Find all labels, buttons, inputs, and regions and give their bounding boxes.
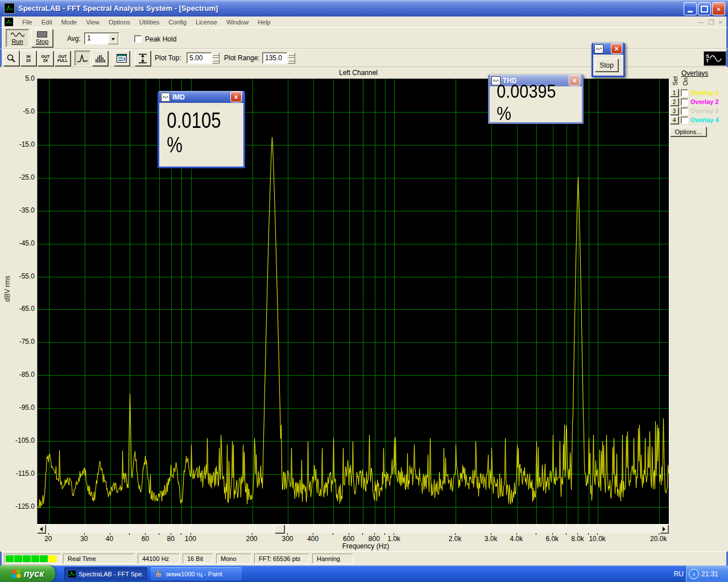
spectrum-canvas[interactable] bbox=[38, 79, 669, 524]
overlays-set-header: Set bbox=[672, 76, 679, 86]
avg-dropdown-arrow[interactable] bbox=[108, 34, 118, 44]
stop-square-icon bbox=[37, 31, 47, 38]
overlay-set-button-3[interactable]: 3 bbox=[670, 107, 679, 115]
y-tick-label: -125.0 bbox=[9, 502, 35, 510]
imd-window[interactable]: IMD × 0.0105 % bbox=[158, 91, 245, 168]
run-button[interactable]: Run bbox=[6, 29, 29, 47]
app-icon bbox=[4, 3, 15, 14]
y-tick-label: -55.0 bbox=[9, 272, 35, 280]
bar-view-button[interactable] bbox=[92, 51, 108, 66]
menu-item-view[interactable]: View bbox=[81, 18, 104, 27]
x-tick-label: 8.0k bbox=[571, 535, 584, 543]
zoom-tool-button[interactable] bbox=[3, 51, 19, 66]
level-meter bbox=[4, 554, 61, 564]
menu-item-license[interactable]: License bbox=[191, 18, 222, 27]
menu-item-options[interactable]: Options bbox=[104, 18, 135, 27]
mdi-restore-icon[interactable]: ❒ bbox=[709, 19, 714, 26]
spectrum-plot-area[interactable] bbox=[37, 78, 669, 525]
menu-item-help[interactable]: Help bbox=[253, 18, 275, 27]
peak-hold-checkbox[interactable] bbox=[134, 35, 142, 43]
thd-window[interactable]: THD × 0.00395 % bbox=[488, 74, 584, 124]
plot-top-input[interactable]: 5.00 bbox=[187, 52, 212, 64]
plot-range-label: Plot Range: bbox=[224, 54, 260, 62]
x-tick-label: 100 bbox=[185, 535, 196, 543]
mdi-minimize-icon[interactable]: — bbox=[698, 19, 704, 26]
overlays-options-button[interactable]: Options... bbox=[670, 127, 706, 136]
stop-tool-window[interactable]: × Stop bbox=[592, 43, 625, 77]
overlay-on-checkbox-2[interactable] bbox=[681, 98, 688, 106]
overlay-set-button-4[interactable]: 4 bbox=[670, 116, 679, 124]
zoom-in-2x-button[interactable]: IN2X bbox=[20, 51, 36, 66]
overlay-label-4: Overlay 4 bbox=[690, 117, 719, 123]
meter-block-2 bbox=[14, 555, 22, 562]
x-tick-label: 400 bbox=[307, 535, 318, 543]
overlay-set-button-1[interactable]: 1 bbox=[670, 89, 679, 97]
overlay-set-button-2[interactable]: 2 bbox=[670, 98, 679, 106]
overlay-on-checkbox-1[interactable] bbox=[681, 89, 688, 97]
x-tick-label: 20 bbox=[44, 535, 52, 543]
floating-stop-button[interactable]: Stop bbox=[595, 59, 618, 72]
tray-collapse-icon[interactable]: ‹ bbox=[689, 569, 699, 579]
x-tick-label: 6.0k bbox=[545, 535, 559, 543]
imd-window-title: IMD bbox=[172, 93, 230, 101]
meter-block-6 bbox=[48, 555, 56, 562]
zoom-out-full-button[interactable]: OUTFULL bbox=[55, 51, 71, 66]
display-options-button[interactable] bbox=[114, 51, 130, 66]
overlay-on-checkbox-4[interactable] bbox=[681, 117, 688, 124]
menu-item-file[interactable]: File bbox=[18, 18, 37, 27]
sine-wave-icon bbox=[709, 54, 722, 63]
minimize-button[interactable] bbox=[684, 2, 697, 15]
menu-item-mode[interactable]: Mode bbox=[57, 18, 82, 27]
scroll-left-button[interactable] bbox=[37, 525, 46, 533]
x-tick-label: 3.0k bbox=[485, 535, 498, 543]
spectrum-window-icon[interactable] bbox=[5, 18, 13, 26]
x-tick-label: 200 bbox=[246, 535, 257, 543]
taskbar-item-spectralab[interactable]: SpectraLAB - FFT Spe... bbox=[64, 567, 147, 580]
overlay-on-checkbox-3[interactable] bbox=[681, 107, 688, 115]
signal-generator-button[interactable]: ST bbox=[704, 51, 726, 66]
channel-title: Left Channel bbox=[324, 69, 392, 77]
peak-hold-label: Peak Hold bbox=[145, 35, 176, 43]
imd-value: 0.0105 % bbox=[167, 103, 235, 163]
x-tick-label: 60 bbox=[142, 535, 149, 543]
stop-window-close-icon[interactable]: × bbox=[611, 43, 622, 54]
menu-item-window[interactable]: Window bbox=[222, 18, 253, 27]
scroll-right-button[interactable] bbox=[660, 525, 668, 533]
spectrum-view-button[interactable] bbox=[75, 51, 90, 66]
zoom-out-2x-button[interactable]: OUT2X bbox=[38, 51, 53, 66]
close-button[interactable]: × bbox=[712, 2, 725, 15]
plot-range-spinner[interactable] bbox=[288, 52, 295, 64]
taskbar-item-paint[interactable]: эквик1000 гц - Paint bbox=[151, 567, 242, 580]
mdi-window-controls[interactable]: — ❒ × bbox=[698, 19, 722, 26]
language-indicator[interactable]: RU bbox=[674, 566, 684, 582]
imd-close-icon[interactable]: × bbox=[230, 92, 242, 102]
start-button[interactable]: пуск bbox=[0, 566, 55, 582]
avg-combobox[interactable]: 1 bbox=[84, 32, 119, 44]
menu-bar: FileEditModeViewOptionsUtilitiesConfigLi… bbox=[0, 16, 728, 27]
title-bar[interactable]: SpectraLAB - FFT Spectral Analysis Syste… bbox=[0, 0, 728, 16]
y-tick-label: -85.0 bbox=[9, 371, 35, 379]
x-tick-label: 80 bbox=[167, 535, 174, 543]
menu-item-config[interactable]: Config bbox=[164, 18, 191, 27]
mdi-close-icon[interactable]: × bbox=[719, 19, 722, 26]
stop-button[interactable]: Stop bbox=[31, 29, 53, 47]
maximize-button[interactable] bbox=[698, 2, 711, 15]
menu-item-utilities[interactable]: Utilities bbox=[135, 18, 164, 27]
menu-item-edit[interactable]: Edit bbox=[37, 18, 57, 27]
scrollbar-thumb[interactable] bbox=[275, 525, 284, 533]
x-tick-label: 10.0k bbox=[589, 535, 605, 543]
plot-top-spinner[interactable] bbox=[212, 52, 220, 64]
plot-top-label: Plot Top: bbox=[155, 54, 181, 62]
overlay-label-2: Overlay 2 bbox=[690, 98, 719, 105]
y-tick-label: 5.0 bbox=[9, 74, 35, 82]
magnifier-icon bbox=[7, 54, 16, 63]
overlays-heading: Overlays bbox=[681, 69, 708, 77]
status-acquisition-mode: Real Time bbox=[63, 554, 135, 564]
plot-h-scrollbar[interactable] bbox=[37, 525, 669, 533]
plot-range-input[interactable]: 135.0 bbox=[262, 52, 287, 64]
options-window-icon bbox=[117, 54, 127, 63]
vertical-range-icon bbox=[138, 53, 147, 64]
amplitude-scale-button[interactable] bbox=[135, 51, 151, 66]
overlay-label-3: Overlay 3 bbox=[690, 107, 719, 114]
y-tick-label: -115.0 bbox=[9, 469, 35, 477]
